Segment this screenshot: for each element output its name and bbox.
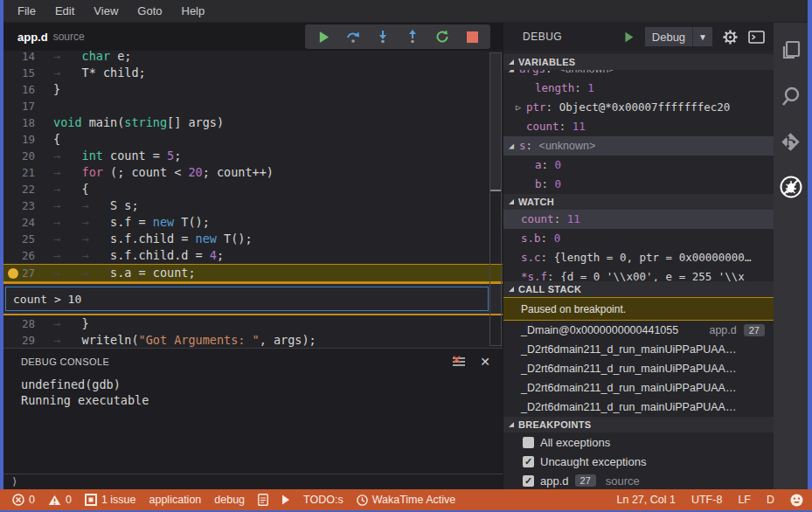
status-item-ln-27-col-1[interactable]: Ln 27, Col 1 — [617, 494, 676, 506]
code-line[interactable]: 19{ — [3, 131, 503, 148]
breakpoint-row[interactable]: ✓Uncaught exceptions — [503, 452, 774, 471]
menu-item-help[interactable]: Help — [173, 2, 214, 20]
line-number[interactable]: 29 — [3, 332, 42, 348]
checkbox[interactable] — [523, 437, 534, 448]
line-number[interactable]: 19 — [3, 131, 42, 148]
menu-item-edit[interactable]: Edit — [46, 2, 83, 20]
variable-row[interactable]: ◢s: <unknown> — [503, 136, 774, 156]
line-number[interactable]: 24 — [3, 214, 42, 231]
code-line[interactable]: 18void main(string[] args) — [3, 114, 503, 131]
section-header-variables[interactable]: VARIABLES — [503, 54, 774, 70]
status-item-debug[interactable]: debug — [214, 494, 245, 506]
line-number[interactable]: 18 — [3, 114, 42, 131]
open-console-icon[interactable] — [748, 31, 765, 44]
source-control-button[interactable] — [779, 129, 803, 154]
watch-row[interactable]: s.b: 0 — [503, 229, 774, 248]
expand-icon[interactable]: ▷ — [516, 98, 524, 117]
line-number[interactable]: 14 — [3, 51, 42, 65]
variable-row[interactable]: ▷ptr: Object@*0x00007fffffffec20 — [503, 98, 774, 117]
gear-icon[interactable] — [723, 30, 738, 45]
status-item-d[interactable]: D — [767, 494, 774, 506]
status-item[interactable] — [258, 494, 268, 506]
menu-item-goto[interactable]: Goto — [128, 2, 170, 20]
code-line[interactable]: 22→ { — [3, 181, 503, 197]
start-debug-icon[interactable] — [623, 31, 635, 43]
status-item-wakatime-active[interactable]: WakaTime Active — [357, 494, 456, 506]
menu-item-file[interactable]: File — [9, 2, 45, 20]
status-item-0[interactable]: 0 — [48, 494, 72, 506]
watch-row[interactable]: count: 11 — [503, 210, 774, 229]
collapse-icon[interactable]: ◢ — [509, 136, 517, 156]
line-number[interactable]: 21 — [3, 164, 42, 181]
status-item-application[interactable]: application — [149, 494, 202, 506]
section-header-breakpoints[interactable]: BREAKPOINTS — [503, 417, 774, 432]
line-number[interactable]: 16 — [3, 81, 42, 98]
status-item-1-issue[interactable]: 1 issue — [85, 494, 136, 506]
code-line[interactable]: 29→ writeln("Got Arguments: ", args); — [3, 332, 503, 348]
clear-console-icon[interactable] — [452, 356, 466, 368]
checkbox[interactable]: ✓ — [523, 456, 534, 467]
variable-row[interactable]: a: 0 — [503, 156, 774, 175]
editor-scrollbar[interactable] — [489, 52, 502, 346]
search-button[interactable] — [779, 84, 803, 108]
editor-scrollbar-thumb[interactable] — [490, 53, 501, 191]
launch-config-select[interactable]: Debug ▼ — [645, 27, 712, 46]
code-line[interactable]: 27→ → s.a = count; — [3, 264, 503, 282]
status-item-lf[interactable]: LF — [738, 494, 751, 506]
stack-frame[interactable]: _D2rt6dmain211_d_run_mainUiPPaPUAA… — [503, 378, 774, 398]
code-line[interactable]: 25→ → s.f.child = new T(); — [3, 231, 503, 247]
status-item[interactable] — [281, 495, 290, 505]
stack-frame[interactable]: _D2rt6dmain211_d_run_mainUiPPaPUAA… — [503, 359, 774, 378]
code-line[interactable]: 24→ → s.f = new T(); — [3, 214, 503, 231]
line-number[interactable]: 15 — [3, 65, 42, 81]
menu-item-view[interactable]: View — [85, 2, 127, 20]
code-line[interactable]: 20→ int count = 5; — [3, 148, 503, 164]
code-line[interactable]: 21→ for (; count < 20; count++) — [3, 164, 503, 181]
section-header-call-stack[interactable]: CALL STACK — [503, 281, 774, 297]
breakpoint-row[interactable]: All exceptions — [503, 432, 774, 452]
code-line[interactable]: 17 — [3, 98, 503, 114]
code-line[interactable]: 16} — [3, 81, 503, 98]
tab-app-d[interactable]: app.d source — [3, 23, 99, 51]
continue-button[interactable] — [310, 26, 337, 47]
stack-frame[interactable]: _Dmain@0x0000000000441055app.d27 — [503, 321, 774, 340]
checkbox[interactable]: ✓ — [523, 475, 534, 487]
debug-console-output[interactable]: undefined(gdb)Running executable — [3, 375, 503, 408]
status-item-todo-s[interactable]: TODO:s — [303, 494, 344, 506]
line-number[interactable]: 28 — [3, 315, 42, 332]
line-number[interactable]: 22 — [3, 181, 42, 197]
watch-row[interactable]: s.c: {length = 0, ptr = 0x00000000… — [503, 248, 774, 267]
restart-button[interactable] — [429, 26, 455, 47]
line-number[interactable]: 25 — [3, 231, 42, 247]
breakpoint-condition-input[interactable] — [5, 287, 489, 311]
collapse-icon[interactable]: ◢ — [509, 70, 517, 79]
breakpoint-icon[interactable] — [8, 268, 18, 279]
close-icon[interactable]: ✕ — [480, 355, 490, 369]
variable-row[interactable]: b: 0 — [503, 175, 774, 194]
watch-row[interactable]: *s.f: {d = 0 '\\x00', e = 255 '\\x — [503, 267, 774, 281]
debug-button[interactable] — [779, 175, 803, 199]
stack-frame[interactable]: _D2rt6dmain211_d_run_mainUiPPaPUAA… — [503, 340, 774, 359]
status-item-0[interactable]: 0 — [12, 494, 35, 506]
code-editor[interactable]: 14→ char e;15→ T* child;16}1718void main… — [3, 51, 503, 348]
variable-row[interactable]: count: 11 — [503, 117, 774, 136]
step-over-button[interactable] — [340, 26, 366, 47]
breakpoint-row[interactable]: ✓app.d27source — [503, 471, 774, 489]
code-line[interactable]: 14→ char e; — [3, 51, 503, 65]
line-number[interactable]: 23 — [3, 197, 42, 214]
code-line[interactable]: 23→ → S s; — [3, 197, 503, 214]
code-line[interactable]: 15→ T* child; — [3, 65, 503, 81]
step-out-button[interactable] — [399, 26, 426, 47]
status-item-utf-8[interactable]: UTF-8 — [691, 494, 722, 506]
code-line[interactable]: 26→ → s.f.child.d = 4; — [3, 247, 503, 264]
line-number[interactable]: 26 — [3, 247, 42, 264]
line-number[interactable]: 20 — [3, 148, 42, 164]
variable-row[interactable]: ◢args: <unknown> — [503, 70, 774, 79]
debug-console-prompt[interactable]: ⟩ — [3, 474, 503, 489]
section-header-watch[interactable]: WATCH — [503, 194, 774, 210]
line-number[interactable]: 17 — [3, 98, 42, 114]
status-item[interactable] — [790, 494, 803, 507]
explorer-button[interactable] — [779, 38, 803, 63]
variable-row[interactable]: length: 1 — [503, 79, 774, 98]
code-line[interactable]: 28→ } — [3, 315, 503, 332]
